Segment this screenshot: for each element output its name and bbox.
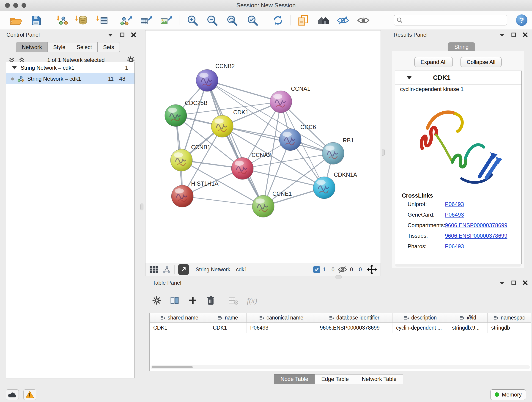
network-node-ccna1[interactable]: CCNA1 (270, 85, 310, 113)
toolbar-separator (265, 15, 265, 26)
tab-style[interactable]: Style (48, 42, 71, 52)
tab-network[interactable]: Network (16, 42, 48, 52)
results-tab-string[interactable]: String (448, 42, 475, 52)
cell-description: cyclin-dependent ... (393, 323, 448, 333)
maximize-window-button[interactable] (22, 3, 26, 8)
zoom-out-button[interactable] (205, 13, 220, 28)
column-header-description[interactable]: description (393, 313, 448, 323)
apply-layout-button[interactable] (271, 13, 285, 28)
pan-crosshair-icon[interactable] (367, 264, 377, 274)
network-node-cdc6[interactable]: CDC6 (279, 124, 316, 151)
grid-view-icon[interactable] (149, 265, 158, 274)
network-collection-row[interactable]: String Network – cdk1 1 (6, 62, 134, 73)
copy-document-icon (298, 14, 309, 26)
protein-section-header[interactable]: CDK1 (395, 71, 521, 85)
delete-column-trash-icon[interactable] (206, 295, 215, 306)
tab-network-table[interactable]: Network Table (355, 374, 403, 384)
column-header-name[interactable]: name (209, 313, 247, 323)
table-row[interactable]: CDK1 CDK1 P06493 9606.ENSP00000378699 cy… (150, 323, 531, 333)
main-toolbar: ? (0, 11, 532, 30)
left-splitter-handle[interactable] (140, 204, 143, 211)
help-button[interactable]: ? (516, 14, 527, 26)
pharos-link[interactable]: P06493 (445, 243, 464, 249)
network-node-hist1h1a[interactable]: HIST1H1A (171, 180, 219, 207)
column-header-shared-name[interactable]: shared name (150, 313, 209, 323)
network-canvas[interactable]: CCNB2CCNA1CDC25BCDK1CDC6RB1CCNB1CCNA2CDK… (146, 31, 380, 263)
close-window-button[interactable] (5, 3, 10, 8)
close-panel-icon[interactable] (131, 32, 136, 38)
network-edge[interactable] (242, 168, 324, 188)
cell-canonical-name: P06493 (247, 323, 316, 333)
zoom-fit-button[interactable] (225, 13, 239, 28)
network-node-cdkn1a[interactable]: CDKN1A (313, 172, 357, 199)
copy-document-button[interactable] (296, 13, 310, 28)
tab-select[interactable]: Select (71, 42, 98, 52)
node-label-cdkn1a: CDKN1A (334, 172, 357, 178)
column-header-database-identifier[interactable]: database identifier (316, 313, 393, 323)
show-all-button[interactable] (356, 13, 371, 28)
network-edge[interactable] (207, 80, 263, 206)
export-network-button[interactable] (119, 13, 133, 28)
external-arrow-icon (180, 266, 187, 273)
import-table-file-button[interactable] (95, 13, 109, 28)
column-header-canonical-name[interactable]: canonical name (247, 313, 316, 323)
close-panel-icon[interactable] (522, 280, 528, 286)
function-builder-icon: f(x) (247, 296, 257, 305)
table-horizontal-scrollbar[interactable] (151, 365, 530, 369)
warnings-button[interactable] (23, 389, 36, 400)
zoom-in-button[interactable] (185, 13, 200, 28)
float-panel-icon[interactable] (511, 280, 516, 285)
expand-all-button[interactable]: Expand All (414, 57, 453, 67)
birds-eye-view-icon[interactable] (162, 265, 171, 274)
control-panel-tabs: Network Style Select Sets (16, 42, 141, 52)
tab-edge-table[interactable]: Edge Table (315, 374, 355, 384)
network-edge[interactable] (182, 196, 263, 206)
panel-menu-chevron-icon[interactable] (499, 281, 505, 285)
import-network-database-button[interactable] (74, 13, 89, 28)
column-header-namespace[interactable]: namespac (488, 313, 531, 323)
panel-menu-chevron-icon[interactable] (499, 33, 505, 37)
show-columns-icon[interactable] (170, 296, 179, 305)
tab-sets[interactable]: Sets (98, 42, 120, 52)
uniprot-link[interactable]: P06493 (445, 201, 464, 207)
network-node-rb1[interactable]: RB1 (322, 137, 354, 164)
section-collapse-triangle-icon[interactable] (406, 75, 412, 80)
collapse-all-button[interactable]: Collapse All (461, 57, 501, 67)
home-views-button[interactable] (316, 13, 331, 28)
column-header-id[interactable]: @id (448, 313, 488, 323)
results-horizontal-scrollbar[interactable] (395, 264, 521, 267)
export-table-button[interactable] (139, 13, 153, 28)
open-session-button[interactable] (9, 13, 23, 28)
save-session-button[interactable] (29, 13, 44, 28)
network-node-cdc25b[interactable]: CDC25B (165, 100, 208, 127)
collection-expander-icon[interactable] (12, 66, 17, 70)
table-header-row: shared name name canonical name database… (150, 313, 531, 323)
zoom-selected-button[interactable] (245, 13, 260, 28)
bottom-splitter-handle[interactable] (335, 275, 342, 279)
hide-selected-button[interactable] (336, 13, 350, 28)
float-panel-icon[interactable] (120, 32, 125, 37)
right-splitter-handle[interactable] (382, 149, 385, 156)
import-network-file-button[interactable] (55, 13, 69, 28)
search-input[interactable] (404, 17, 507, 23)
minimize-window-button[interactable] (13, 3, 18, 8)
network-node-cdk1[interactable]: CDK1 (211, 109, 249, 137)
panel-menu-chevron-icon[interactable] (108, 33, 114, 37)
crosslinks-heading: CrossLinks (402, 192, 521, 199)
table-options-gear-icon[interactable] (152, 296, 161, 305)
compartments-link[interactable]: 9606.ENSP00000378699 (445, 222, 507, 229)
open-in-new-window-button[interactable] (178, 264, 189, 275)
export-image-button[interactable] (158, 13, 173, 28)
genecard-link[interactable]: P06493 (445, 211, 464, 218)
float-panel-icon[interactable] (511, 32, 516, 37)
network-edge[interactable] (207, 80, 281, 102)
tab-node-table[interactable]: Node Table (274, 374, 315, 384)
close-panel-icon[interactable] (522, 32, 528, 38)
add-column-plus-icon[interactable] (188, 296, 197, 305)
scrollbar-thumb[interactable] (152, 366, 193, 368)
memory-button[interactable]: Memory (490, 389, 526, 400)
tissues-link[interactable]: 9606.ENSP00000378699 (445, 233, 507, 239)
cloud-services-button[interactable] (6, 389, 19, 400)
selected-items-checkbox[interactable] (313, 266, 320, 273)
network-row-selected[interactable]: String Network – cdk1 11 48 (6, 73, 134, 84)
